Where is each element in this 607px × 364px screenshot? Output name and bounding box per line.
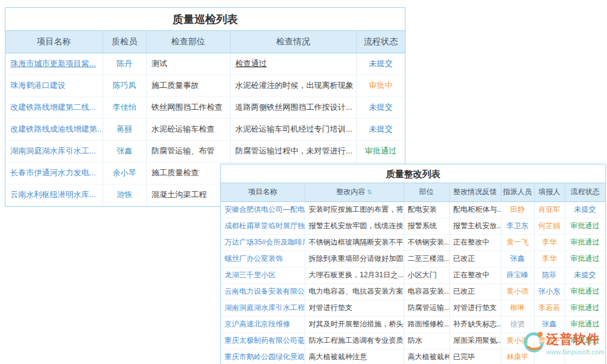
part-cell: 二至三楼混... [404, 251, 449, 267]
table-row[interactable]: 珠海市城市更新项目紫... 陈丹 测试 检查通过 未提交 [5, 53, 405, 75]
table-row[interactable]: 万达广场35#会所及咖啡厅空... 不锈钢边框玻璃隔断安装不平... 不锈钢安装… [221, 234, 605, 251]
feedback-cell: 正在整改中 [449, 234, 501, 251]
content-cell: 大理石板更换，12月31日之... [305, 267, 404, 283]
situation-cell: 道路两侧铁丝网围挡工作按设计... [230, 96, 356, 118]
content-cell: 报警主机安放牢固，线缆连接... [305, 218, 404, 234]
situation-cell: 水泥砼灌注的时候，出现离析现象 [230, 75, 356, 96]
feedback-cell: 正在整改中 [449, 267, 501, 283]
part-cell: 水泥砼运输车检查 [146, 118, 230, 140]
column-header-project: 项目名称 [5, 31, 103, 53]
table-row[interactable]: 安徽合肥供电公司—配电设备... 安装时应按施工图的布置，将... 配电安装 配… [221, 201, 605, 218]
part-cell: 报警系统 [404, 218, 449, 234]
part-cell: 防腐管运输... [404, 300, 449, 316]
rectification-header-row: 项目名称 整改内容⇅ 部位 整改情况反馈 指派人员 填报人 流程状态 [221, 183, 605, 201]
assignee-cell: 田静 [501, 201, 534, 218]
part-cell: 测试 [146, 53, 230, 75]
project-name-link[interactable]: 湖南洞庭湖水库引水工... [5, 140, 103, 162]
content-cell: 对其及时开展整治措施，桥头... [305, 316, 404, 332]
table-row[interactable]: 珠海鹤港口建设 陈巧凤 施工质量事故 水泥砼灌注的时候，出现离析现象 审批中 [5, 75, 405, 96]
project-name-link[interactable]: 万达广场35#会所及咖啡厅空... [221, 234, 305, 251]
status-badge: 未提交 [356, 118, 405, 140]
inspector-cell: 游恢 [103, 184, 146, 206]
content-cell: 防水工程施工选调有专业资质... [305, 332, 404, 349]
content-cell: 安装时应按施工图的布置，将... [305, 201, 404, 218]
project-name-link[interactable]: 龙湖三千里小区 [221, 267, 305, 283]
content-cell: 高大植被栽种注意 [305, 349, 404, 364]
feedback-cell: 对管进行垫支 [449, 300, 501, 316]
assignee-cell: 张鑫 [501, 251, 534, 267]
column-header-part: 检查部位 [146, 31, 230, 53]
status-badge: 未提交 [356, 53, 405, 75]
table-row[interactable]: 螺丝厂办公室装饰 拆除到承重墙部分请做好加固... 二至三楼混... 已改正 张… [221, 251, 605, 267]
part-cell: 小区大门 [404, 267, 449, 283]
reporter-cell: 李华 [534, 251, 565, 267]
table-row[interactable]: 改建铁路线增建第二线... 李佳怡 铁丝网围挡工作检查 道路两侧铁丝网围挡工作按… [5, 96, 405, 118]
content-cell: 电力电容器、电抗器安装方案... [305, 283, 404, 300]
project-name-link[interactable]: 云南水利枢纽潜明水库... [5, 184, 103, 206]
project-name-link[interactable]: 改建铁路线增建第二线... [5, 96, 103, 118]
project-name-link[interactable]: 螺丝厂办公室装饰 [221, 251, 305, 267]
table-row[interactable]: 云南电力设备安装有限公司20... 电力电容器、电抗器安装方案... 电容器安装… [221, 283, 605, 300]
project-name-link[interactable]: 成都杜甫草堂临时展厅独立展... [221, 218, 305, 234]
rectification-panel-title: 质量整改列表 [221, 164, 605, 183]
status-badge: 未提交 [565, 267, 605, 283]
fanpu-watermark: 泛普软件 www.fanpusoft.com [520, 329, 604, 357]
part-cell: 高大植被栽种 [404, 349, 449, 364]
project-name-link[interactable]: 重庆太极制药有限公司毫州中... [221, 332, 305, 349]
project-name-link[interactable]: 重庆市鹅岭公园绿化景观提升... [221, 349, 305, 364]
situation-cell: 水泥砼运输车司机经过专门培训... [230, 118, 356, 140]
project-name-link[interactable]: 珠海市城市更新项目紫... [5, 53, 103, 75]
content-cell: 拆除到承重墙部分请做好加固... [305, 251, 404, 267]
project-name-link[interactable]: 长春市伊通河水力发电... [5, 162, 103, 184]
feedback-cell: 已改正 [449, 251, 501, 267]
column-header-reporter: 填报人 [534, 183, 565, 201]
table-row[interactable]: 湖南洞庭湖水库引水工程施工标 对管进行垫支 防腐管运输... 对管进行垫支 柳琳… [221, 300, 605, 316]
reporter-cell: 陈菲 [534, 267, 565, 283]
column-header-status: 流程状态 [565, 183, 605, 201]
column-header-content[interactable]: 整改内容⇅ [305, 183, 404, 201]
table-row[interactable]: 龙湖三千里小区 大理石板更换，12月31日之... 小区大门 正在整改中 薛宝峰… [221, 267, 605, 283]
inspector-cell: 余小琴 [103, 162, 146, 184]
status-badge: 审批通过 [565, 234, 605, 251]
column-header-part: 部位 [404, 183, 449, 201]
inspector-cell: 张鑫 [103, 140, 146, 162]
part-cell: 不锈钢安装... [404, 234, 449, 251]
project-name-link[interactable]: 湖南洞庭湖水库引水工程施工标 [221, 300, 305, 316]
part-cell: 施工质量事故 [146, 75, 230, 96]
column-header-inspector: 质检员 [103, 31, 146, 53]
table-row[interactable]: 成都杜甫草堂临时展厅独立展... 报警主机安放牢固，线缆连接... 报警系统 报… [221, 218, 605, 234]
column-header-status: 流程状态 [356, 31, 405, 53]
project-name-link[interactable]: 京沪高速北京段维修 [221, 316, 305, 332]
content-cell: 不锈钢边框玻璃隔断安装不平... [305, 234, 404, 251]
feedback-cell: 已完毕 [449, 349, 501, 364]
project-name-link[interactable]: 改建铁路线成渝线增建第... [5, 118, 103, 140]
reporter-cell: 何芷娟 [534, 218, 565, 234]
inspector-cell: 李佳怡 [103, 96, 146, 118]
status-badge: 审批通过 [565, 300, 605, 316]
status-badge: 审批通过 [356, 140, 405, 162]
brand-name: 泛普软件 [546, 331, 604, 348]
watermark-text: 泛普软件 www.fanpusoft.com [546, 331, 604, 356]
table-row[interactable]: 湖南洞庭湖水库引水工... 张鑫 防腐管运输、布管 防腐管运输过程中，未对管进行… [5, 140, 405, 162]
assignee-cell: 黄一飞 [501, 234, 534, 251]
brand-url: www.fanpusoft.com [546, 348, 604, 356]
status-badge: 未提交 [565, 201, 605, 218]
project-name-link[interactable]: 珠海鹤港口建设 [5, 75, 103, 96]
column-header-project: 项目名称 [221, 183, 305, 201]
part-cell: 施工质量检查 [146, 162, 230, 184]
feedback-cell: 已改正 [449, 283, 501, 300]
reporter-cell: 肖亚军 [534, 201, 565, 218]
column-header-feedback: 整改情况反馈 [449, 183, 501, 201]
project-name-link[interactable]: 云南电力设备安装有限公司20... [221, 283, 305, 300]
table-row[interactable]: 改建铁路线成渝线增建第... 蒋丽 水泥砼运输车检查 水泥砼运输车司机经过专门培… [5, 118, 405, 140]
part-cell: 混凝土沟渠工程 [146, 184, 230, 206]
assignee-cell: 李卫东 [501, 218, 534, 234]
inspection-header-row: 项目名称 质检员 检查部位 检查情况 流程状态 [5, 31, 405, 53]
status-badge: 审批通过 [565, 251, 605, 267]
content-cell: 对管进行垫支 [305, 300, 404, 316]
sort-icon[interactable]: ⇅ [367, 189, 372, 195]
status-badge: 审批通过 [565, 218, 605, 234]
assignee-cell: 薛宝峰 [501, 267, 534, 283]
feedback-cell: 配电柜柜体与... [449, 201, 501, 218]
project-name-link[interactable]: 安徽合肥供电公司—配电设备... [221, 201, 305, 218]
